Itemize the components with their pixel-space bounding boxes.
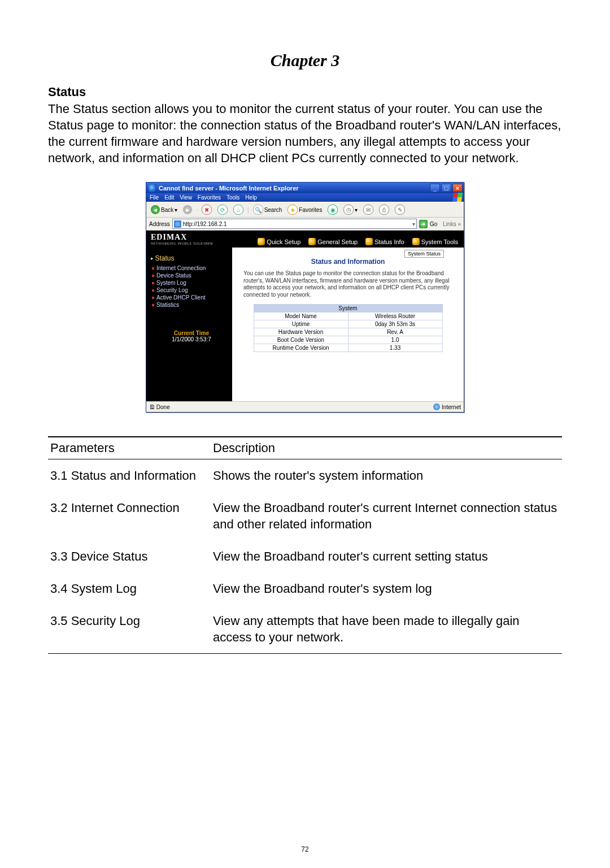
titlebar-text: Cannot find server - Microsoft Internet …: [159, 185, 430, 192]
print-button[interactable]: ⎙: [377, 204, 391, 215]
sidebar-item-device-status[interactable]: Device Status: [151, 272, 232, 279]
table-row: Uptime0day 3h 53m 3s: [254, 320, 442, 328]
tab-status-info[interactable]: Status Info: [363, 235, 410, 248]
router-header: EDIMAX NETWORKING PEOPLE TOGETHER Quick …: [146, 231, 464, 248]
current-time-value: 1/1/2000 3:53:7: [151, 336, 232, 342]
table-row: 3.4 System Log View the Broadband router…: [48, 572, 562, 605]
stop-button[interactable]: ✖: [200, 204, 213, 215]
address-value: http://192.168.2.1: [183, 221, 227, 227]
sidebar-item-statistics[interactable]: Statistics: [151, 301, 232, 309]
links-label[interactable]: Links »: [443, 221, 461, 227]
page-description: You can use the Status page to monitor t…: [243, 270, 452, 298]
titlebar: Cannot find server - Microsoft Internet …: [146, 183, 464, 193]
table-row: 3.3 Device Status View the Broadband rou…: [48, 540, 562, 572]
dropdown-icon[interactable]: ▾: [412, 221, 415, 227]
system-table: System Model NameWireless Router Uptime0…: [254, 304, 443, 352]
status-left: 🖻 Done: [149, 404, 170, 410]
system-table-header: System: [254, 305, 442, 313]
minimize-button[interactable]: _: [430, 184, 440, 192]
windows-flag-icon: [452, 193, 463, 202]
params-head-col2: Description: [211, 437, 562, 459]
body-text: The Status section allows you to monitor…: [48, 101, 562, 166]
page-icon: [174, 220, 181, 228]
go-button[interactable]: ➔: [419, 220, 428, 228]
sidebar-head[interactable]: Status: [151, 254, 232, 262]
table-row: Hardware VersionRev. A: [254, 328, 442, 336]
toolbar: ◄Back ▾ ► · ✖ ⟳ ⌂ | 🔍Search ★Favorites ◉…: [146, 202, 464, 218]
home-button[interactable]: ⌂: [232, 204, 245, 215]
menu-tools[interactable]: Tools: [226, 194, 239, 201]
mail-button[interactable]: ✉: [361, 204, 375, 215]
address-label: Address: [149, 221, 170, 227]
menubar: File Edit View Favorites Tools Help: [146, 193, 464, 202]
chapter-title: Chapter 3: [48, 51, 562, 70]
subnav-system-status[interactable]: System Status: [404, 250, 444, 258]
table-row: Model NameWireless Router: [254, 313, 442, 320]
parameters-table: Parameters Description 3.1 Status and In…: [48, 436, 562, 654]
address-input[interactable]: http://192.168.2.1 ▾: [172, 219, 417, 229]
sidebar-item-internet-connection[interactable]: Internet Connection: [151, 264, 232, 272]
search-button[interactable]: 🔍Search: [251, 204, 284, 215]
ie-window: Cannot find server - Microsoft Internet …: [146, 182, 464, 413]
sidebar: Status Internet Connection Device Status…: [146, 248, 232, 401]
table-row: Runtime Code Version1.33: [254, 344, 442, 352]
media-button[interactable]: ◉: [326, 204, 339, 215]
edit-button[interactable]: ✎: [393, 204, 407, 215]
page-heading: Status and Information: [232, 258, 464, 266]
menu-favorites[interactable]: Favorites: [198, 194, 221, 201]
history-button[interactable]: ◷▾: [342, 204, 359, 215]
brand-logo: EDIMAX NETWORKING PEOPLE TOGETHER: [151, 233, 213, 245]
sidebar-item-active-dhcp-client[interactable]: Active DHCP Client: [151, 294, 232, 301]
back-button[interactable]: ◄Back ▾: [149, 205, 179, 215]
go-label: Go: [430, 221, 437, 227]
table-row: 3.5 Security Log View any attempts that …: [48, 605, 562, 654]
close-button[interactable]: ×: [452, 184, 463, 192]
table-row: 3.2 Internet Connection View the Broadba…: [48, 492, 562, 540]
refresh-button[interactable]: ⟳: [216, 204, 229, 215]
favorites-button[interactable]: ★Favorites: [286, 204, 324, 215]
maximize-button[interactable]: □: [441, 184, 451, 192]
tab-quick-setup[interactable]: Quick Setup: [255, 235, 306, 248]
menu-view[interactable]: View: [180, 194, 192, 201]
tab-general-setup[interactable]: General Setup: [306, 235, 363, 248]
menu-file[interactable]: File: [150, 194, 159, 201]
section-title: Status: [48, 85, 562, 99]
tab-system-tools[interactable]: System Tools: [410, 235, 464, 248]
forward-button[interactable]: ►: [181, 205, 194, 215]
sidebar-item-system-log[interactable]: System Log: [151, 279, 232, 287]
params-head-col1: Parameters: [48, 437, 211, 459]
sidebar-item-security-log[interactable]: Security Log: [151, 287, 232, 294]
main-pane: System Status Status and Information You…: [232, 248, 464, 401]
table-row: Boot Code Version1.0: [254, 336, 442, 344]
statusbar: 🖻 Done Internet: [146, 401, 464, 412]
address-bar: Address http://192.168.2.1 ▾ ➔ Go Links …: [146, 218, 464, 231]
ie-icon: [149, 184, 156, 192]
table-row: 3.1 Status and Information Shows the rou…: [48, 459, 562, 492]
current-time-label: Current Time: [151, 330, 232, 336]
globe-icon: [433, 403, 440, 410]
menu-edit[interactable]: Edit: [164, 194, 174, 201]
status-right: Internet: [433, 403, 461, 410]
menu-help[interactable]: Help: [245, 194, 257, 201]
page-number: 72: [0, 845, 610, 853]
